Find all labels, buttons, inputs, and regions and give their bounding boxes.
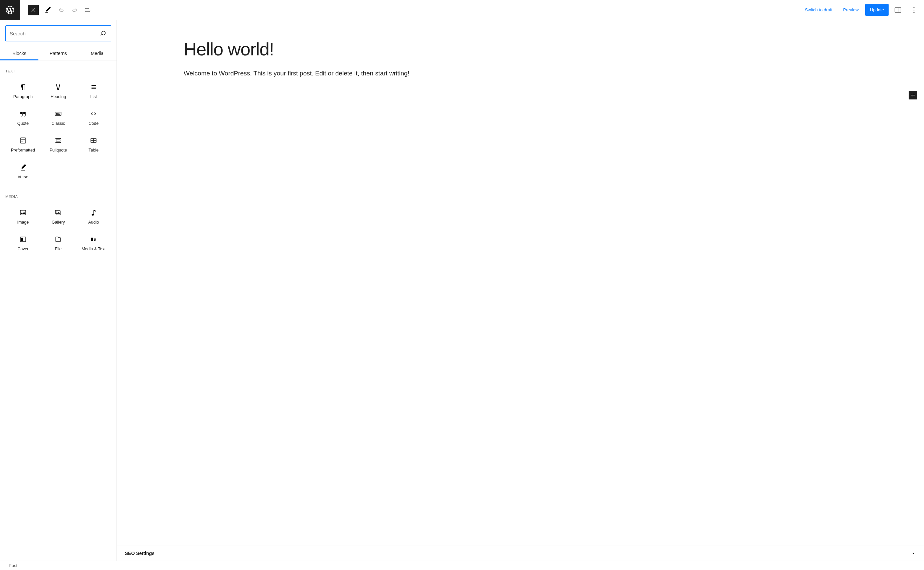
text-blocks-grid: Paragraph Heading List Quote Classic Cod… [5,78,111,185]
search-input[interactable] [10,31,100,36]
media-text-icon [89,235,98,243]
block-list[interactable]: List [76,78,111,104]
block-table[interactable]: Table [76,131,111,158]
svg-rect-18 [91,238,93,241]
preview-button[interactable]: Preview [839,5,863,15]
post-title[interactable]: Hello world! [184,39,924,60]
inserter-scroll[interactable]: Text Paragraph Heading List Quote Classi… [0,60,117,561]
classic-icon [54,110,62,118]
tools-button[interactable] [41,3,55,17]
svg-rect-19 [94,238,96,239]
wordpress-logo[interactable] [0,0,20,20]
sidebar-icon [894,6,902,14]
block-label: Media & Text [81,247,106,251]
block-inserter-panel: Blocks Patterns Media Text Paragraph Hea… [0,20,117,561]
media-blocks-grid: Image Gallery Audio Cover File Media & T… [5,203,111,257]
close-inserter-button[interactable] [28,5,39,15]
block-quote[interactable]: Quote [5,104,41,131]
search-wrap [0,20,117,47]
block-label: Heading [51,95,66,99]
undo-icon [57,6,66,14]
block-label: Image [17,220,29,225]
breadcrumb[interactable]: Post [9,563,17,568]
svg-point-2 [914,12,915,13]
verse-icon [19,163,27,171]
block-label: Classic [51,121,65,126]
block-label: Cover [17,247,28,251]
category-media-label: Media [5,195,111,199]
tab-media[interactable]: Media [78,47,117,60]
block-pullquote[interactable]: Pullquote [41,131,76,158]
paragraph-icon [19,83,27,91]
heading-icon [54,83,62,91]
block-cover[interactable]: Cover [5,230,41,257]
seo-panel-title: SEO Settings [125,551,155,556]
breadcrumb-footer: Post [0,561,924,570]
svg-rect-20 [94,239,96,240]
options-button[interactable] [907,3,921,17]
canvas-content[interactable]: Hello world! Welcome to WordPress. This … [117,20,924,545]
svg-rect-11 [55,142,61,143]
svg-rect-12 [56,140,60,141]
pencil-icon [44,6,52,14]
list-icon [89,83,98,91]
svg-rect-8 [21,139,25,140]
block-label: Audio [88,220,99,225]
cover-icon [19,235,27,243]
update-button[interactable]: Update [865,4,889,16]
redo-button[interactable] [68,3,81,17]
svg-rect-4 [57,113,58,114]
block-label: Pullquote [49,148,67,153]
seo-settings-panel[interactable]: SEO Settings [117,545,924,561]
block-verse[interactable]: Verse [5,158,41,185]
block-file[interactable]: File [41,230,76,257]
svg-point-1 [914,9,915,10]
undo-button[interactable] [55,3,68,17]
block-preformatted[interactable]: Preformatted [5,131,41,158]
block-heading[interactable]: Heading [41,78,76,104]
svg-rect-5 [58,113,59,114]
svg-rect-21 [94,240,95,241]
block-label: Verse [18,175,28,179]
tab-blocks[interactable]: Blocks [0,47,39,60]
block-gallery[interactable]: Gallery [41,203,76,230]
block-label: Preformatted [11,148,35,153]
chevron-down-icon [911,551,916,556]
add-block-button[interactable] [909,91,917,100]
search-field[interactable] [5,25,111,41]
svg-rect-7 [56,114,60,115]
list-view-icon [84,6,92,14]
block-media-text[interactable]: Media & Text [76,230,111,257]
settings-sidebar-button[interactable] [891,3,905,17]
block-image[interactable]: Image [5,203,41,230]
plus-icon [910,92,916,98]
document-overview-button[interactable] [81,3,95,17]
block-label: List [90,95,97,99]
block-label: Code [89,121,98,126]
svg-rect-17 [21,238,23,241]
switch-to-draft-button[interactable]: Switch to draft [801,5,836,15]
more-vertical-icon [910,6,918,14]
svg-point-0 [914,7,915,8]
table-icon [89,136,98,144]
toolbar-right: Switch to draft Preview Update [801,3,921,17]
svg-rect-3 [56,113,57,114]
block-paragraph[interactable]: Paragraph [5,78,41,104]
tab-patterns[interactable]: Patterns [39,47,77,60]
block-code[interactable]: Code [76,104,111,131]
search-icon [100,30,107,37]
quote-icon [19,110,27,118]
svg-rect-6 [60,113,60,114]
wordpress-icon [5,5,15,15]
block-label: Gallery [52,220,65,225]
block-classic[interactable]: Classic [41,104,76,131]
file-icon [54,235,62,243]
block-audio[interactable]: Audio [76,203,111,230]
svg-rect-10 [55,138,61,139]
close-icon [30,7,37,13]
svg-rect-9 [21,141,23,141]
audio-icon [89,208,98,217]
post-paragraph[interactable]: Welcome to WordPress. This is your first… [184,69,457,78]
editor-canvas: Hello world! Welcome to WordPress. This … [117,20,924,561]
block-label: Paragraph [13,95,33,99]
